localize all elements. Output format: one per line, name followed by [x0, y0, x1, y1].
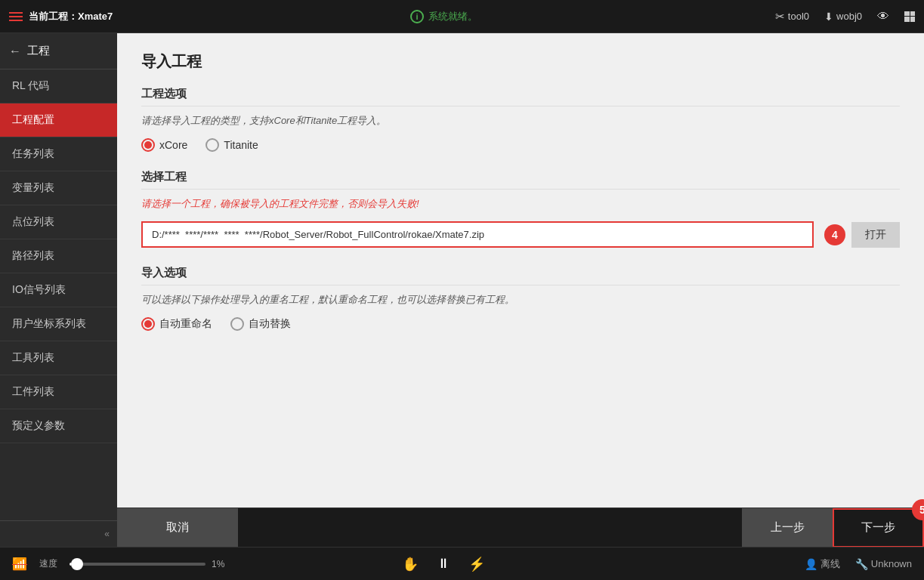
status-bar: 📶 速度 1% ✋ ⏸ ⚡ 👤 离线 🔧 Unknown [0, 547, 924, 580]
sidebar-collapse-button[interactable]: « [0, 520, 117, 547]
sidebar-header[interactable]: ← 工程 [0, 33, 117, 69]
sidebar: ← 工程 RL 代码 工程配置 任务列表 变量列表 点位列表 路径列表 IO信号… [0, 33, 117, 547]
wobj-icon: ⬇ [824, 11, 833, 23]
sidebar-item-variable-list[interactable]: 变量列表 [0, 171, 117, 205]
badge-4: 4 [824, 224, 845, 245]
grid-item[interactable] [904, 11, 915, 22]
sidebar-item-preset-params[interactable]: 预定义参数 [0, 409, 117, 443]
project-type-radio-group: xCore Titanite [141, 138, 900, 152]
radio-xcore-dot [144, 141, 152, 149]
status-icons: ✋ ⏸ ⚡ [402, 556, 485, 572]
status-text: 系统就绪。 [428, 10, 477, 23]
sidebar-item-tool-list[interactable]: 工具列表 [0, 341, 117, 375]
person-icon: 👤 [805, 558, 817, 570]
radio-xcore-circle[interactable] [141, 138, 155, 152]
open-file-button[interactable]: 打开 [851, 222, 900, 248]
tool-icon-status: 🔧 [855, 558, 868, 570]
section1-title: 工程选项 [141, 87, 900, 106]
eye-item[interactable]: 👁 [877, 10, 889, 23]
sidebar-item-part-list[interactable]: 工件列表 [0, 375, 117, 409]
section3-desc: 可以选择以下操作处理导入的重名工程，默认重命名工程，也可以选择替换已有工程。 [141, 293, 900, 307]
radio-titanite-circle[interactable] [206, 138, 219, 152]
status-center: i 系统就绪。 [113, 10, 775, 23]
sidebar-item-path-list[interactable]: 路径列表 [0, 239, 117, 273]
sidebar-item-coord-list[interactable]: 用户坐标系列表 [0, 307, 117, 341]
eye-icon: 👁 [877, 10, 889, 23]
page-title: 导入工程 [141, 51, 900, 72]
speed-value: 1% [212, 559, 224, 569]
unknown-status: 🔧 Unknown [855, 558, 912, 570]
pause-icon[interactable]: ⏸ [437, 556, 450, 572]
section3-title: 导入选项 [141, 266, 900, 285]
status-bar-right: 👤 离线 🔧 Unknown [805, 557, 912, 571]
radio-titanite-label: Titanite [224, 139, 258, 151]
radio-replace-label: 自动替换 [249, 317, 291, 331]
sidebar-item-project-config[interactable]: 工程配置 [0, 103, 117, 137]
radio-titanite[interactable]: Titanite [206, 138, 258, 152]
content-area: 导入工程 工程选项 请选择导入工程的类型，支持xCore和Titanite工程导… [117, 33, 924, 547]
radio-xcore-label: xCore [159, 139, 187, 151]
tool-item[interactable]: ✂ tool0 [775, 10, 809, 23]
radio-rename-dot [144, 320, 152, 328]
sidebar-item-io-list[interactable]: IO信号列表 [0, 273, 117, 307]
sidebar-item-rl-code[interactable]: RL 代码 [0, 69, 117, 103]
radio-replace-circle[interactable] [230, 317, 244, 331]
speed-slider[interactable] [70, 563, 206, 566]
project-label: 当前工程：Xmate7 [29, 10, 113, 23]
speed-slider-container: 1% [70, 559, 236, 569]
file-path-input[interactable] [141, 221, 814, 248]
main-layout: ← 工程 RL 代码 工程配置 任务列表 变量列表 点位列表 路径列表 IO信号… [0, 33, 924, 547]
action-bar: 取消 上一步 下一步 5 [117, 508, 924, 547]
bolt-icon[interactable]: ⚡ [468, 556, 485, 572]
radio-auto-rename[interactable]: 自动重命名 [141, 317, 212, 331]
speed-label: 速度 [39, 557, 57, 570]
section2-desc: 请选择一个工程，确保被导入的工程文件完整，否则会导入失败! [141, 197, 900, 211]
radio-rename-label: 自动重命名 [159, 317, 212, 331]
sidebar-item-point-list[interactable]: 点位列表 [0, 205, 117, 239]
prev-button[interactable]: 上一步 [742, 508, 833, 548]
section-project-options: 工程选项 请选择导入工程的类型，支持xCore和Titanite工程导入。 xC… [141, 87, 900, 152]
file-path-row: 4 打开 [141, 221, 900, 248]
radio-rename-circle[interactable] [141, 317, 155, 331]
top-bar: 当前工程：Xmate7 i 系统就绪。 ✂ tool0 ⬇ wobj0 👁 [0, 0, 924, 33]
content-inner: 导入工程 工程选项 请选择导入工程的类型，支持xCore和Titanite工程导… [117, 33, 924, 508]
hamburger-icon[interactable] [9, 12, 23, 21]
section-select-project: 选择工程 请选择一个工程，确保被导入的工程文件完整，否则会导入失败! 4 打开 [141, 170, 900, 248]
grid-icon [904, 11, 915, 22]
tool-icon: ✂ [775, 10, 785, 23]
top-bar-right: ✂ tool0 ⬇ wobj0 👁 [775, 10, 915, 23]
back-arrow-icon[interactable]: ← [9, 45, 21, 58]
sidebar-item-task-list[interactable]: 任务列表 [0, 137, 117, 171]
tool-label: tool0 [788, 11, 809, 22]
wifi-off-icon: 📶 [12, 557, 27, 571]
section1-desc: 请选择导入工程的类型，支持xCore和Titanite工程导入。 [141, 114, 900, 128]
wobj-label: wobj0 [836, 11, 862, 22]
radio-auto-replace[interactable]: 自动替换 [230, 317, 291, 331]
offline-status: 👤 离线 [805, 557, 840, 571]
sidebar-title: 工程 [27, 44, 50, 58]
section2-title: 选择工程 [141, 170, 900, 190]
wobj-item[interactable]: ⬇ wobj0 [824, 11, 862, 23]
top-bar-left: 当前工程：Xmate7 [9, 10, 113, 23]
hand-icon[interactable]: ✋ [402, 556, 419, 572]
import-option-radio-group: 自动重命名 自动替换 [141, 317, 900, 331]
status-icon: i [410, 10, 424, 23]
cancel-button[interactable]: 取消 [117, 508, 238, 548]
radio-xcore[interactable]: xCore [141, 138, 187, 152]
section-import-options: 导入选项 可以选择以下操作处理导入的重名工程，默认重命名工程，也可以选择替换已有… [141, 266, 900, 331]
next-button[interactable]: 下一步 5 [833, 508, 924, 548]
